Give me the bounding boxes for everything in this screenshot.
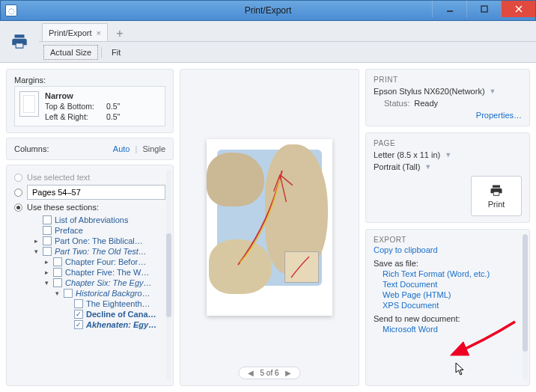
- left-column: Margins: Narrow Top & Bottom:0.5" Left &…: [6, 69, 174, 386]
- columns-panel: Columns: Auto | Single: [6, 138, 174, 160]
- pager-prev-button[interactable]: ◀: [248, 369, 254, 377]
- export-rtf[interactable]: Rich Text Format (Word, etc.): [374, 269, 522, 278]
- view-fit-button[interactable]: Fit: [105, 45, 127, 60]
- tree-item-decline[interactable]: ▸Decline of Cana…: [20, 309, 165, 319]
- view-actual-size-button[interactable]: Actual Size: [43, 45, 98, 60]
- separator: [101, 47, 102, 58]
- checkbox-icon[interactable]: [64, 289, 73, 298]
- tree-item-akhenaten[interactable]: ▸Akhenaten: Egy…: [20, 319, 165, 330]
- export-txt[interactable]: Text Document: [374, 280, 522, 289]
- radio-use-selected-text[interactable]: Use selected text: [14, 173, 165, 182]
- document-tabs: Print/Export × +: [39, 21, 536, 42]
- radio-label: Use these sections:: [27, 203, 99, 212]
- pager-next-button[interactable]: ▶: [285, 369, 291, 377]
- print-button-label: Print: [488, 200, 505, 209]
- caret-icon[interactable]: ▾: [32, 248, 40, 255]
- tree-item-part2[interactable]: ▾Part Two: The Old Test…: [20, 246, 165, 257]
- page-panel: PAGE Letter (8.5 x 11 in) ▼ Portrait (Ta…: [365, 132, 530, 223]
- radio-label: Use selected text: [27, 173, 90, 182]
- close-button[interactable]: [501, 1, 535, 17]
- radio-use-sections[interactable]: Use these sections:: [14, 203, 165, 212]
- radio-pages[interactable]: [14, 185, 165, 200]
- margins-selector[interactable]: Narrow Top & Bottom:0.5" Left & Right:0.…: [14, 86, 165, 126]
- columns-head: Columns:: [14, 144, 49, 153]
- checkbox-icon[interactable]: [53, 257, 62, 266]
- toolbar: Print/Export × + Actual Size Fit: [0, 21, 536, 63]
- dropdown-icon: ▼: [490, 88, 496, 95]
- preview-page[interactable]: [207, 139, 332, 316]
- doc-tab-label: Print/Export: [49, 28, 91, 37]
- caret-icon[interactable]: ▾: [43, 279, 50, 287]
- tree-item-ch6[interactable]: ▾Chapter Six: The Egy…: [20, 278, 165, 288]
- status-label: Status:: [384, 99, 409, 108]
- sections-tree: ▸List of Abbreviations ▸Preface ▸Part On…: [20, 215, 165, 330]
- caret-icon[interactable]: ▸: [32, 237, 40, 245]
- svg-rect-1: [481, 6, 487, 12]
- checkbox-icon[interactable]: [74, 320, 83, 329]
- export-panel: EXPORT Copy to clipboard Save as file: R…: [365, 229, 530, 386]
- tree-item-ch4[interactable]: ▸Chapter Four: Befor…: [20, 257, 165, 267]
- tree-scrollbar[interactable]: [166, 170, 171, 381]
- caret-icon[interactable]: ▸: [43, 269, 50, 276]
- dropdown-icon: ▼: [445, 151, 451, 159]
- view-bar: Actual Size Fit: [39, 42, 536, 63]
- status-value: Ready: [414, 99, 438, 108]
- print-head: PRINT: [374, 76, 522, 84]
- page-size-select[interactable]: Letter (8.5 x 11 in) ▼: [374, 150, 522, 159]
- tree-item-eighteenth[interactable]: ▸The Eighteenth…: [20, 298, 165, 309]
- checkbox-icon[interactable]: [74, 310, 83, 319]
- export-copy-clipboard[interactable]: Copy to clipboard: [374, 245, 522, 254]
- window-titlebar: ◌ Print/Export: [0, 0, 536, 21]
- content-source-panel: Use selected text Use these sections: ▸L…: [6, 165, 174, 386]
- add-tab-button[interactable]: +: [111, 26, 129, 41]
- columns-auto-link[interactable]: Auto: [113, 144, 130, 153]
- checkbox-icon[interactable]: [74, 299, 83, 308]
- checkbox-icon[interactable]: [43, 215, 52, 224]
- map-preview: [217, 150, 322, 286]
- print-button[interactable]: Print: [471, 176, 522, 216]
- tree-item-preface[interactable]: ▸Preface: [20, 225, 165, 236]
- printer-toolbar-icon: [0, 21, 39, 62]
- margin-lr-label: Left & Right:: [45, 112, 103, 121]
- checkbox-icon[interactable]: [43, 247, 52, 256]
- checkbox-icon[interactable]: [53, 278, 62, 287]
- margin-lr-value: 0.5": [106, 112, 120, 121]
- app-icon: ◌: [5, 4, 17, 16]
- doc-tab-printexport[interactable]: Print/Export ×: [42, 23, 108, 41]
- close-tab-icon[interactable]: ×: [96, 28, 100, 37]
- right-column: PRINT Epson Stylus NX620(Network) ▼ Stat…: [365, 69, 530, 386]
- page-size: Letter (8.5 x 11 in): [374, 150, 440, 159]
- printer-select[interactable]: Epson Stylus NX620(Network) ▼: [374, 87, 522, 96]
- preview-column: ◀ 5 of 6 ▶: [180, 69, 359, 386]
- printer-icon: [488, 183, 505, 198]
- tree-item-hist[interactable]: ▾Historical Backgro…: [20, 288, 165, 298]
- separator: |: [135, 144, 138, 153]
- margins-head: Margins:: [14, 76, 165, 85]
- export-scrollbar[interactable]: [523, 234, 528, 381]
- export-xps[interactable]: XPS Document: [374, 301, 522, 310]
- margin-tb-label: Top & Bottom:: [45, 102, 103, 111]
- page-orientation-select[interactable]: Portrait (Tall) ▼: [374, 162, 522, 171]
- printer-properties-link[interactable]: Properties…: [476, 111, 522, 120]
- checkbox-icon[interactable]: [43, 226, 52, 235]
- maximize-button[interactable]: [466, 1, 501, 17]
- radio-icon: [14, 203, 22, 212]
- printer-status-row: Status: Ready: [384, 99, 522, 108]
- minimize-button[interactable]: [432, 1, 466, 17]
- checkbox-icon[interactable]: [43, 236, 52, 245]
- pager-text: 5 of 6: [260, 369, 278, 377]
- checkbox-icon[interactable]: [53, 268, 62, 277]
- main-area: Margins: Narrow Top & Bottom:0.5" Left &…: [0, 63, 536, 392]
- export-html[interactable]: Web Page (HTML): [374, 290, 522, 299]
- print-panel: PRINT Epson Stylus NX620(Network) ▼ Stat…: [365, 69, 530, 126]
- export-head: EXPORT: [374, 236, 522, 244]
- export-word[interactable]: Microsoft Word: [374, 325, 522, 334]
- tree-item-part1[interactable]: ▸Part One: The Biblical…: [20, 236, 165, 246]
- page-orientation: Portrait (Tall): [374, 162, 420, 171]
- pages-input[interactable]: [27, 185, 165, 200]
- columns-single-link[interactable]: Single: [142, 144, 165, 153]
- caret-icon[interactable]: ▾: [53, 290, 61, 297]
- caret-icon[interactable]: ▸: [43, 258, 50, 266]
- tree-item-abbrev[interactable]: ▸List of Abbreviations: [20, 215, 165, 225]
- tree-item-ch5[interactable]: ▸Chapter Five: The W…: [20, 267, 165, 278]
